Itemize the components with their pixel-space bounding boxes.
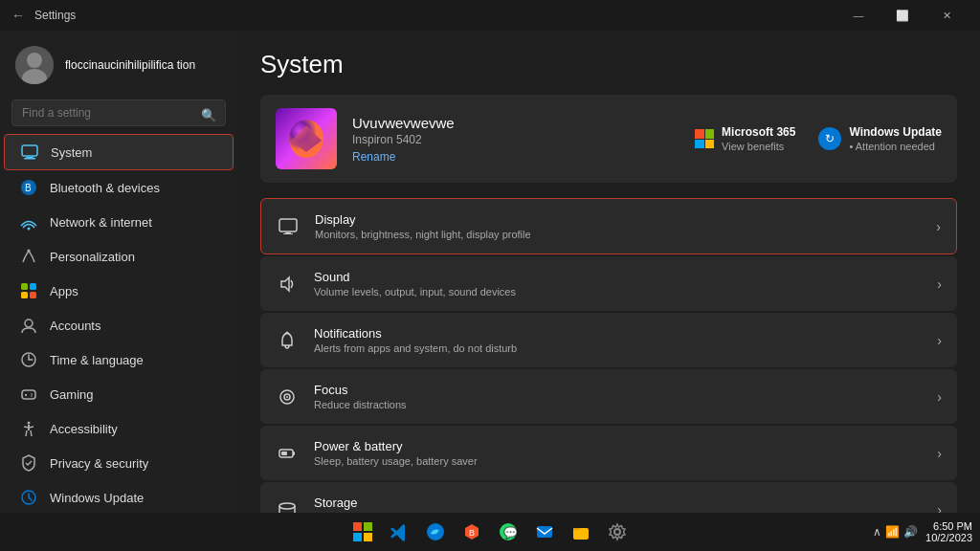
svg-rect-45 — [537, 526, 552, 538]
windowsupdate-icon — [19, 488, 38, 507]
apps-icon — [19, 281, 38, 300]
svg-rect-5 — [24, 158, 35, 160]
taskbar-chevron-icon[interactable]: ∧ — [873, 525, 881, 539]
display-name: Display — [315, 212, 921, 227]
svg-rect-25 — [283, 233, 293, 234]
settings-list: Display Monitors, brightness, night ligh… — [260, 198, 957, 551]
powerbattery-desc: Sleep, battery usage, battery saver — [314, 455, 922, 467]
vscode-taskbar-icon[interactable] — [384, 517, 414, 547]
timelanguage-icon — [19, 350, 38, 369]
taskbar: B 💬 ∧ 📶 🔊 6:50 PM 10/2/2023 — [0, 513, 980, 551]
sidebar-item-gaming[interactable]: Gaming — [4, 377, 234, 411]
svg-point-9 — [28, 250, 31, 253]
ms365-text: Microsoft 365 View benefits — [722, 125, 795, 153]
whatsapp-taskbar-icon[interactable]: 💬 — [493, 517, 523, 547]
titlebar-left: ← Settings — [11, 8, 76, 23]
setting-item-notifications[interactable]: Notifications Alerts from apps and syste… — [260, 313, 957, 367]
sidebar-item-label-accounts: Accounts — [50, 319, 100, 333]
device-image — [276, 108, 337, 169]
svg-point-8 — [28, 228, 31, 231]
ms365-action[interactable]: Microsoft 365 View benefits — [695, 125, 795, 153]
edge-taskbar-icon[interactable] — [420, 517, 451, 547]
svg-point-18 — [31, 395, 33, 397]
sidebar-item-label-apps: Apps — [50, 284, 78, 298]
sidebar-item-apps[interactable]: Apps — [4, 274, 234, 308]
sidebar-item-label-gaming: Gaming — [50, 387, 94, 402]
device-actions: Microsoft 365 View benefits ↻ Windows Up… — [695, 125, 942, 153]
sound-desc: Volume levels, output, input, sound devi… — [314, 286, 922, 298]
device-model: Inspiron 5402 — [352, 133, 679, 146]
volume-icon[interactable]: 🔊 — [903, 525, 918, 539]
sidebar-item-label-timelanguage: Time & language — [50, 353, 144, 367]
powerbattery-icon — [276, 442, 299, 465]
focus-name: Focus — [314, 383, 922, 397]
sidebar-item-label-windowsupdate: Windows Update — [50, 491, 144, 505]
taskbar-sys-icons: ∧ 📶 🔊 — [873, 525, 918, 539]
rename-link[interactable]: Rename — [352, 150, 395, 164]
sidebar-item-privacy[interactable]: Privacy & security — [4, 446, 234, 480]
focus-icon — [276, 386, 299, 408]
svg-point-34 — [279, 503, 295, 509]
sidebar-item-network[interactable]: Network & internet — [4, 205, 234, 239]
sidebar-item-bluetooth[interactable]: B Bluetooth & devices — [4, 170, 234, 205]
sidebar-item-label-network: Network & internet — [50, 215, 152, 230]
chevron-right-icon: › — [937, 276, 942, 292]
windows-logo — [353, 522, 372, 541]
taskbar-clock[interactable]: 6:50 PM 10/2/2023 — [925, 520, 972, 543]
chevron-right-icon: › — [936, 219, 941, 234]
sidebar-item-accounts[interactable]: Accounts — [4, 308, 234, 342]
sidebar-item-label-privacy: Privacy & security — [50, 456, 148, 471]
personalization-icon — [19, 247, 38, 266]
maximize-button[interactable]: ⬜ — [880, 0, 924, 31]
svg-marker-26 — [281, 277, 289, 291]
notifications-name: Notifications — [314, 326, 922, 341]
sound-text: Sound Volume levels, output, input, soun… — [314, 270, 922, 298]
back-button[interactable]: ← — [11, 8, 25, 23]
sidebar-item-label-bluetooth: Bluetooth & devices — [50, 181, 160, 195]
setting-item-display[interactable]: Display Monitors, brightness, night ligh… — [260, 198, 957, 254]
sidebar: floccinaucinihilipilifica tion 🔍 System … — [0, 31, 237, 551]
search-input[interactable] — [11, 99, 226, 126]
svg-point-19 — [28, 422, 31, 425]
winupdate-action[interactable]: ↻ Windows Update • Attention needed — [818, 125, 942, 153]
content-area: System — [237, 31, 980, 551]
setting-item-powerbattery[interactable]: Power & battery Sleep, battery usage, ba… — [260, 426, 957, 480]
avatar — [15, 46, 54, 84]
sidebar-item-system[interactable]: System — [4, 134, 234, 170]
sidebar-item-personalization[interactable]: Personalization — [4, 239, 234, 274]
windows-start-button[interactable] — [347, 517, 378, 547]
close-button[interactable]: ✕ — [924, 0, 969, 31]
powerbattery-name: Power & battery — [314, 439, 922, 453]
ms365-title: Microsoft 365 — [722, 125, 795, 139]
clock-time: 6:50 PM — [925, 520, 972, 532]
ms365-logo — [695, 129, 714, 148]
user-profile[interactable]: floccinaucinihilipilifica tion — [0, 31, 237, 96]
chevron-right-icon: › — [937, 333, 942, 348]
device-info: Uvuvwevwevwe Inspiron 5402 Rename — [352, 115, 679, 164]
network-icon[interactable]: 📶 — [885, 525, 900, 539]
minimize-button[interactable]: — — [836, 0, 880, 31]
explorer-taskbar-icon[interactable] — [566, 517, 596, 547]
outlook-taskbar-icon[interactable] — [529, 517, 560, 547]
svg-rect-12 — [21, 292, 28, 298]
sidebar-item-windowsupdate[interactable]: Windows Update — [4, 480, 234, 515]
setting-item-focus[interactable]: Focus Reduce distractions › — [260, 369, 957, 424]
svg-rect-13 — [30, 292, 36, 298]
privacy-icon — [19, 453, 38, 473]
setting-item-sound[interactable]: Sound Volume levels, output, input, soun… — [260, 256, 957, 311]
ms365-subtitle: View benefits — [722, 141, 784, 152]
sidebar-item-accessibility[interactable]: Accessibility — [4, 411, 234, 446]
settings-taskbar-icon[interactable] — [602, 517, 633, 547]
page-title: System — [260, 50, 957, 79]
sidebar-item-timelanguage[interactable]: Time & language — [4, 342, 234, 377]
svg-text:💬: 💬 — [503, 525, 518, 540]
bluetooth-icon: B — [19, 178, 38, 197]
svg-rect-10 — [21, 283, 28, 290]
titlebar: ← Settings — ⬜ ✕ — [0, 0, 980, 31]
svg-point-47 — [614, 529, 620, 535]
winupdate-title: Windows Update — [849, 125, 942, 139]
brave-taskbar-icon[interactable]: B — [457, 517, 487, 547]
taskbar-right: ∧ 📶 🔊 6:50 PM 10/2/2023 — [873, 520, 972, 543]
nav-list: System B Bluetooth & devices Network & i… — [0, 134, 237, 515]
display-text: Display Monitors, brightness, night ligh… — [315, 212, 921, 240]
